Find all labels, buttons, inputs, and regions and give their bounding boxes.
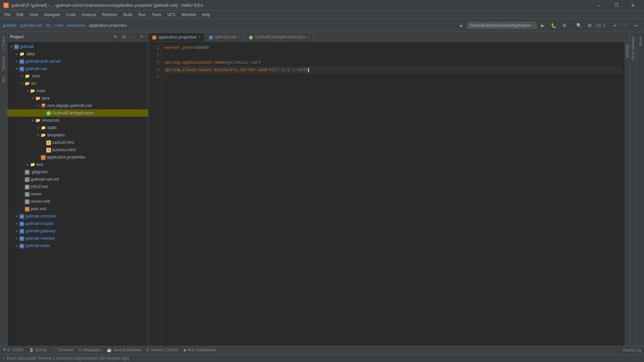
favorites-tab[interactable]: Favorites: [1, 54, 6, 73]
tree-item-application.properties[interactable]: Papplication.properties: [7, 154, 148, 161]
tree-item-success.html[interactable]: Hsuccess.html: [7, 146, 148, 154]
breadcrumb-main[interactable]: main: [55, 23, 63, 28]
tree-item-.gitignore[interactable]: G.gitignore: [7, 168, 148, 176]
menu-item-build[interactable]: Build: [121, 12, 135, 18]
tree-arrow-mvnw.cmd: [19, 199, 25, 204]
editor-tab-gulimall-cart[interactable]: mgulimall-cart×: [205, 33, 245, 41]
menu-item-navigate[interactable]: Navigate: [42, 12, 63, 18]
tree-item-gulimall-order[interactable]: ▸mgulimall-order: [7, 242, 148, 249]
bottom-tab-java-enterprise[interactable]: ☕ Java Enterprise: [107, 348, 141, 353]
tree-arrow-gulimall-order: ▸: [14, 243, 19, 248]
structure-tab[interactable]: 1: Project: [1, 34, 6, 53]
git-revert-button[interactable]: ↩: [632, 21, 641, 30]
editor-scrollbar[interactable]: [625, 42, 629, 346]
bottom-tab-spring[interactable]: 🍃 Spring: [29, 348, 47, 353]
tree-item-cartList.html[interactable]: HcartList.html: [7, 139, 148, 146]
project-collapse-btn[interactable]: ─: [129, 33, 137, 41]
editor-tab-GulimallCartApplication.java[interactable]: SGulimallCartApplication.java×: [245, 33, 314, 41]
tree-item-com.atguigu.gulimall.cart[interactable]: ▾📦com.atguigu.gulimall.cart: [7, 102, 148, 109]
tree-item-gulimall-cart.iml[interactable]: Igulimall-cart.iml: [7, 176, 148, 183]
tree-arrow-HELP.md: [19, 184, 25, 189]
bottom-tab-terminal[interactable]: ⬛ Terminal: [52, 348, 73, 353]
bottom-tab-todo[interactable]: ⚑ 6: TODO: [3, 348, 23, 353]
project-settings-btn[interactable]: ⚙: [112, 33, 119, 41]
event-log-tab[interactable]: Event Log: [623, 348, 641, 353]
tree-item-gulimall-auth-server[interactable]: ▸mgulimall-auth-server: [7, 58, 148, 65]
minimize-button[interactable]: ─: [592, 1, 607, 10]
tree-item-gulimall-coupon[interactable]: ▸mgulimall-coupon: [7, 220, 148, 227]
tree-item-java[interactable]: ▾📂java: [7, 95, 148, 102]
tab-close-gulimall-cart[interactable]: ×: [239, 35, 241, 39]
tree-item-gulimall-cart[interactable]: ▾mgulimall-cart: [7, 65, 148, 72]
menu-item-file[interactable]: File: [1, 12, 13, 18]
tree-item-gulimall-gateway[interactable]: ▸mgulimall-gateway: [7, 227, 148, 235]
menu-item-code[interactable]: Code: [63, 12, 78, 18]
tree-label-idea: .idea: [26, 52, 35, 56]
breadcrumb-gulimall-cart[interactable]: gulimall-cart: [20, 23, 42, 28]
menu-item-help[interactable]: Help: [199, 12, 213, 18]
tree-item-mvnw.cmd[interactable]: Smvnw.cmd: [7, 198, 148, 205]
tree-item-static[interactable]: ▸📁static: [7, 124, 148, 131]
project-layout-btn[interactable]: ⊞: [120, 33, 128, 41]
tree-item-main[interactable]: ▾📂main: [7, 87, 148, 95]
project-tree: ▾mgulimall▸📁.idea▸mgulimall-auth-server▾…: [7, 42, 148, 346]
tab-close-application.properties[interactable]: ×: [199, 35, 201, 39]
run-config-selector[interactable]: GulimallTestSsoClient2Application ▾: [467, 22, 537, 29]
git-commit-button[interactable]: ✓: [600, 21, 609, 30]
tree-item-templates[interactable]: ▾📂templates: [7, 131, 148, 139]
close-button[interactable]: ✕: [625, 1, 641, 10]
menu-item-refactor[interactable]: Refactor: [100, 12, 120, 18]
tree-item-test[interactable]: ▸📁test: [7, 161, 148, 168]
search-button[interactable]: 🔍: [574, 21, 584, 30]
tree-item-gulimall-common[interactable]: ▸mgulimall-common: [7, 213, 148, 220]
tree-item-GulimallCartApplication[interactable]: SGulimallCartApplication: [7, 109, 148, 117]
menu-item-tools[interactable]: Tools: [149, 12, 164, 18]
git-check-button[interactable]: ✔: [610, 21, 620, 30]
debug-button[interactable]: 🐛: [549, 21, 558, 30]
menu-item-vcs[interactable]: VCS: [165, 12, 178, 18]
project-close-btn[interactable]: ✕: [138, 33, 145, 41]
code-area[interactable]: server.port=30000spring.application.name…: [162, 42, 625, 346]
tab-label-GulimallCartApplication.java: GulimallCartApplication.java: [255, 35, 305, 39]
menu-item-window[interactable]: Window: [179, 12, 199, 18]
tree-item-gulimall-member[interactable]: ▸mgulimall-member: [7, 235, 148, 242]
maven-tab[interactable]: Maven: [638, 34, 643, 49]
menu-item-view[interactable]: View: [27, 12, 41, 18]
tab-close-GulimallCartApplication.java[interactable]: ×: [308, 35, 310, 39]
git-label: Git:: [596, 23, 598, 28]
tree-icon-application.properties: P: [41, 155, 47, 160]
web-tab[interactable]: Web: [1, 73, 6, 85]
bean-validation-tab[interactable]: Bean Validation: [631, 34, 636, 62]
scroll-thumb[interactable]: [626, 44, 629, 58]
tree-icon-resources: 📂: [36, 118, 42, 123]
editor-tabs: Papplication.properties×mgulimall-cart×S…: [148, 32, 629, 42]
tree-item-mvn[interactable]: ▸📁.mvn: [7, 72, 148, 80]
menu-item-run[interactable]: Run: [136, 12, 149, 18]
breadcrumb-gulimall[interactable]: gulimall: [3, 23, 16, 28]
tree-item-idea[interactable]: ▸📁.idea: [7, 50, 148, 58]
editor-tab-application.properties[interactable]: Papplication.properties×: [148, 33, 205, 41]
tree-item-mvnw[interactable]: Smvnw: [7, 190, 148, 198]
tree-item-gulimall[interactable]: ▾mgulimall: [7, 43, 148, 50]
coverage-button[interactable]: ⚙: [559, 21, 569, 30]
back-button[interactable]: ◂: [456, 21, 466, 30]
bottom-tab-run-dashboard[interactable]: ▶ Run Dashboard: [184, 348, 216, 353]
bottom-tab-messages[interactable]: 0: Messages: [78, 348, 101, 353]
restore-button[interactable]: ❐: [608, 1, 624, 10]
breadcrumb-resources[interactable]: resources: [67, 23, 85, 28]
breadcrumb-src[interactable]: src: [46, 23, 51, 28]
menu-item-edit[interactable]: Edit: [14, 12, 26, 18]
tree-item-src[interactable]: ▾📂src: [7, 80, 148, 87]
tree-item-HELP.md[interactable]: MHELP.md: [7, 183, 148, 190]
tree-label-templates: templates: [47, 133, 65, 137]
tree-item-pom.xml[interactable]: Xpom.xml: [7, 205, 148, 213]
bottom-tab-version-control[interactable]: 9: Version Control: [146, 348, 178, 353]
window-controls[interactable]: ─ ❐ ✕: [592, 1, 641, 10]
git-update-button[interactable]: ↑: [621, 21, 631, 30]
settings-button[interactable]: ⚙: [585, 21, 594, 30]
menu-item-analyze[interactable]: Analyze: [79, 12, 99, 18]
tree-arrow-gulimall: ▾: [9, 44, 14, 49]
run-button[interactable]: ▶: [538, 21, 547, 30]
tree-label-success.html: success.html: [52, 147, 75, 152]
tree-item-resources[interactable]: ▾📂resources: [7, 117, 148, 124]
